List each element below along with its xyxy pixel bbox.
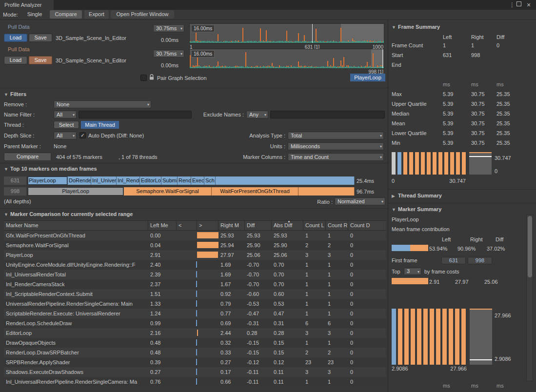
first-frame-left-button[interactable]: 631: [441, 257, 466, 264]
left-graph-scale-dropdown[interactable]: 30.75ms▾: [153, 24, 184, 32]
top10-frame-right[interactable]: 998: [4, 187, 26, 196]
frame-summary-title: Frame Summary: [398, 24, 440, 30]
left-frame-graph[interactable]: 16.00ms: [189, 23, 384, 43]
compare-button[interactable]: Compare: [4, 153, 51, 161]
top10-marker-segment[interactable]: PlayerLoop: [28, 176, 68, 185]
top10-marker-segment[interactable]: DoRenderl: [68, 176, 91, 185]
column-header-diff[interactable]: Diff: [245, 221, 272, 230]
top10-marker-segment[interactable]: EditorLoo: [140, 176, 161, 185]
thread-select-button[interactable]: Select: [54, 121, 79, 129]
marker-comparison-row[interactable]: SRPBRender.ApplyShader0.390.27-0.120.122…: [4, 357, 386, 367]
graph-baseline: [362, 41, 363, 43]
units-dropdown[interactable]: Milliseconds▾: [288, 142, 384, 150]
top10-marker-segment[interactable]: Inl_Univers: [91, 176, 117, 185]
marker-comparison-row[interactable]: ScriptableRenderer.Execute: UniversalRen…: [4, 309, 386, 318]
name-filter-input[interactable]: [79, 111, 192, 118]
tab-profile-analyzer[interactable]: Profile Analyzer: [0, 0, 54, 10]
column-header-right-median[interactable]: Right M: [218, 221, 245, 230]
marker-comparison-row[interactable]: Inl_UniversalRenderPipeline.RenderSingle…: [4, 377, 386, 387]
marker-comparison-row[interactable]: Inl_RenderCameraStack2.371.67-0.700.7011…: [4, 279, 386, 289]
marker-comparison-row[interactable]: RenderLoop.DrawSRPBatcher0.480.33-0.150.…: [4, 348, 386, 357]
marker-comparison-row[interactable]: PlayerLoop2.9127.9725.0625.06330: [4, 250, 386, 260]
mode-single-button[interactable]: Single: [21, 10, 48, 19]
pull-data-left-button[interactable]: Pull Data: [8, 24, 30, 30]
marker-summary-scrollbar[interactable]: [526, 215, 533, 381]
marker-value-cell: 2.37: [148, 279, 177, 289]
save-left-button[interactable]: Save: [29, 34, 52, 42]
column-header-left-median[interactable]: Left Me: [148, 221, 177, 230]
auto-depth-checkbox[interactable]: ✓: [79, 132, 86, 138]
column-header-count-diff[interactable]: Count D: [348, 221, 386, 230]
ratio-dropdown[interactable]: Normalized▾: [335, 197, 385, 205]
top10-marker-segment[interactable]: PlayerLoop: [28, 187, 124, 196]
exclude-mode-dropdown[interactable]: Any▾: [246, 111, 268, 118]
top10-marker-segment[interactable]: [216, 176, 355, 185]
contribution-diff-value: 37.02%: [487, 246, 505, 252]
column-header-count-right[interactable]: Count R: [326, 221, 348, 230]
top10-frame-left[interactable]: 631: [4, 176, 26, 185]
column-header-left-bar[interactable]: <: [177, 221, 197, 230]
frame-summary-histogram[interactable]: [392, 152, 466, 175]
top-n-dropdown[interactable]: 3▾: [404, 268, 421, 275]
marker-summary-histogram[interactable]: [392, 309, 466, 365]
column-header-count-left[interactable]: Count L: [303, 221, 326, 230]
top10-marker-segment[interactable]: WaitForPresentOnGfxThread: [212, 187, 298, 196]
export-button[interactable]: Export: [84, 10, 109, 19]
marker-summary-foldout-icon[interactable]: ▼: [392, 207, 396, 212]
top10-marker-segment[interactable]: [298, 187, 355, 196]
marker-columns-dropdown[interactable]: Time and Count▾: [288, 153, 384, 161]
graph-baseline: [370, 42, 371, 43]
top10-marker-segment[interactable]: Semaphore.WaitForSignal: [124, 187, 212, 196]
selected-marker-chip[interactable]: PlayerLoop: [350, 74, 385, 81]
thread-summary-foldout-icon[interactable]: ▶: [392, 194, 395, 198]
top10-marker-segment[interactable]: Exec: [191, 176, 204, 185]
graph-baseline: [307, 67, 308, 68]
maximize-glyph: [516, 1, 521, 6]
column-header-marker-name[interactable]: Marker Name: [4, 221, 148, 230]
pull-data-right-button[interactable]: Pull Data: [8, 46, 30, 52]
top10-marker-segment[interactable]: Rend: [178, 176, 191, 185]
name-filter-mode-dropdown[interactable]: All▾: [54, 111, 77, 118]
right-frame-graph[interactable]: 16.00ms: [189, 49, 384, 69]
column-header-right-bar[interactable]: >: [197, 221, 218, 230]
close-icon[interactable]: ×: [527, 1, 531, 9]
marker-value-cell: 2.44: [218, 328, 245, 338]
analysis-type-dropdown[interactable]: Total▾: [288, 132, 384, 139]
right-graph-scale-dropdown[interactable]: 30.75ms▾: [153, 50, 184, 58]
first-frame-right-button[interactable]: 998: [468, 257, 492, 264]
frame-summary-boxplot[interactable]: [469, 152, 492, 175]
marker-comparison-row[interactable]: UnityEngine.CoreModule.dll!UnityEngine.R…: [4, 260, 386, 270]
marker-comparison-row[interactable]: Inl_UniversalRenderTotal2.391.69-0.700.7…: [4, 270, 386, 279]
top10-marker-segment[interactable]: Inl_Render: [117, 176, 140, 185]
top10-marker-segment[interactable]: Submi: [161, 176, 178, 185]
depth-slice-dropdown[interactable]: All▾: [54, 132, 77, 139]
marker-summary-boxplot[interactable]: [470, 309, 492, 365]
top10-foldout-icon[interactable]: ▼: [4, 167, 8, 172]
marker-comparison-row[interactable]: RenderLoop.ScheduleDraw0.990.69-0.310.31…: [4, 318, 386, 328]
marker-comparison-row[interactable]: Shadows.ExecuteDrawShadows0.270.17-0.110…: [4, 367, 386, 377]
graph-baseline: [295, 41, 296, 43]
save-right-button[interactable]: Save: [29, 56, 52, 64]
mode-compare-button[interactable]: Compare: [50, 10, 82, 19]
exclude-names-input[interactable]: [270, 111, 385, 118]
marker-comparison-row[interactable]: UniversalRenderPipeline.RenderSingleCame…: [4, 299, 386, 309]
top10-marker-segment[interactable]: Sch: [204, 176, 216, 185]
remove-dropdown[interactable]: None▾: [54, 100, 151, 108]
thread-value-chip[interactable]: Main Thread: [81, 121, 119, 129]
frame-summary-foldout-icon[interactable]: ▼: [392, 25, 396, 30]
marker-comparison-row[interactable]: Inl_ScriptableRenderContext.Submit1.510.…: [4, 289, 386, 299]
load-left-button[interactable]: Load: [4, 34, 27, 42]
maximize-icon[interactable]: [516, 0, 521, 8]
window-menu-icon[interactable]: ⋮: [509, 1, 515, 8]
column-header-abs-diff[interactable]: ▲Abs Diff: [272, 221, 303, 230]
pair-graph-selection-checkbox[interactable]: [140, 75, 147, 81]
marker-comparison-row[interactable]: EditorLoop2.162.440.280.28330: [4, 328, 386, 338]
marker-comparison-row[interactable]: Gfx.WaitForPresentOnGfxThread0.0025.9325…: [4, 231, 386, 240]
comparison-foldout-icon[interactable]: ▼: [4, 212, 8, 217]
load-right-button[interactable]: Load: [4, 56, 27, 64]
marker-comparison-row[interactable]: Semaphore.WaitForSignal0.0425.9425.9025.…: [4, 240, 386, 250]
scrollbar-thumb[interactable]: [528, 216, 532, 277]
filters-foldout-icon[interactable]: ▼: [4, 92, 8, 97]
open-profiler-window-button[interactable]: Open Profiler Window: [111, 10, 174, 19]
marker-comparison-row[interactable]: DrawOpaqueObjects0.480.32-0.150.15110: [4, 338, 386, 348]
